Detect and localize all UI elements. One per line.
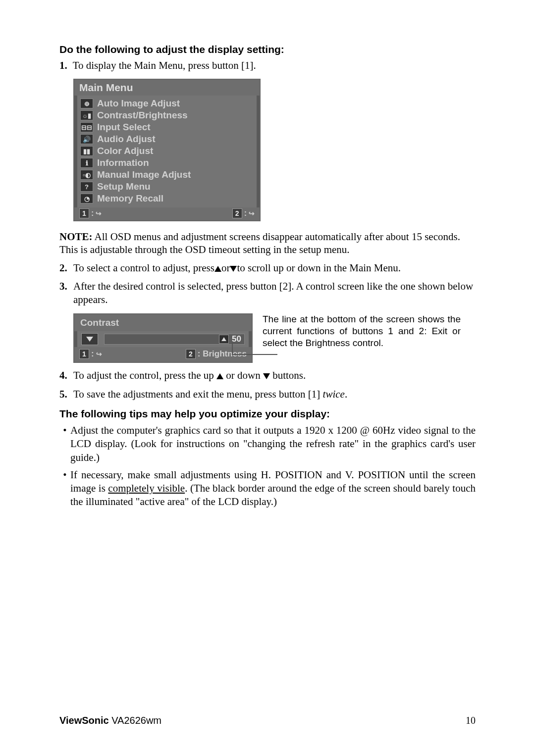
contrast-bar: 50: [104, 334, 245, 345]
contrast-num-1: 1: [79, 349, 89, 359]
step4b: or down: [223, 369, 263, 381]
page-footer: ViewSonic VA2626wm 10: [59, 715, 476, 726]
footer-model: VA2626wm: [109, 715, 161, 726]
main-menu-body: ⊕ Auto Image Adjust ☼▮ Contrast/Brightne…: [74, 96, 260, 207]
down-button: [81, 333, 98, 345]
menu-item-setup: ? Setup Menu: [80, 181, 254, 193]
input-label: Input Select: [97, 122, 151, 133]
down-triangle-glyph: [86, 337, 93, 342]
footer-left: ViewSonic VA2626wm: [59, 715, 161, 726]
step-2-text: To select a control to adjust, pressorto…: [73, 261, 401, 275]
step2c: to scroll up or down in the Main Menu.: [237, 262, 401, 274]
contrast-bottom-left: 1 : ↪: [79, 349, 102, 359]
step-4-text: To adjust the control, press the up or d…: [73, 369, 306, 382]
step5c: .: [345, 388, 347, 400]
contrast-figure: Contrast 50 1 : ↪ 2 :: [73, 313, 253, 363]
step-1: 1. To display the Main Menu, press butto…: [59, 59, 476, 72]
note-text: All OSD menus and adjustment screens dis…: [59, 231, 460, 255]
colon-2: :: [244, 209, 247, 218]
menu-item-contrast: ☼▮ Contrast/Brightness: [80, 109, 254, 121]
step-2-number: 2.: [59, 261, 73, 275]
exit-icon-1: ↪: [96, 209, 102, 217]
page-number: 10: [466, 715, 476, 726]
contrast-icon: ☼▮: [80, 110, 93, 120]
bullet-dot-2: •: [59, 468, 70, 509]
contrast-title: Contrast: [74, 314, 252, 331]
bullet-dot-1: •: [59, 424, 70, 464]
step-5-text: To save the adjustments and exit the men…: [73, 388, 347, 401]
exit-icon-c1: ↪: [96, 350, 102, 358]
up-small-button: [219, 335, 229, 344]
main-menu-figure: Main Menu ⊕ Auto Image Adjust ☼▮ Contras…: [73, 79, 476, 221]
memory-icon: ◔: [80, 194, 93, 203]
heading-adjust: Do the following to adjust the display s…: [59, 44, 476, 55]
step5b: twice: [323, 388, 345, 400]
down-triangle-icon-2: [263, 373, 270, 379]
contrast-bottom: 1 : ↪ 2 : Brightness: [74, 347, 252, 362]
step2a: To select a control to adjust, press: [73, 262, 214, 274]
info-label: Information: [97, 157, 149, 168]
note-prefix: NOTE:: [59, 231, 93, 243]
step-4: 4. To adjust the control, press the up o…: [59, 369, 476, 382]
step-3-number: 3.: [59, 280, 73, 307]
down-triangle-icon: [230, 266, 237, 272]
contrast-value: 50: [232, 334, 241, 344]
setup-label: Setup Menu: [97, 181, 151, 192]
contrast-label: Contrast/Brightness: [97, 110, 188, 121]
up-triangle-icon-2: [216, 373, 223, 379]
contrast-num-2: 2: [186, 349, 196, 359]
footer-num-2: 2: [232, 208, 242, 218]
menu-item-audio: 🔊 Audio Adjust: [80, 133, 254, 145]
footer-brand: ViewSonic: [59, 715, 109, 726]
note-paragraph: NOTE: All OSD menus and adjustment scree…: [59, 230, 476, 256]
colon-1: :: [91, 209, 94, 218]
step4c: buttons.: [270, 369, 306, 381]
menu-item-manual: ▫◐ Manual Image Adjust: [80, 169, 254, 181]
footer-num-1: 1: [79, 208, 89, 218]
menu-item-memory: ◔ Memory Recall: [80, 193, 254, 204]
menu-item-input: ⊟⊟ Input Select: [80, 121, 254, 133]
colon-c1: :: [91, 349, 94, 359]
tip-1: • Adjust the computer's graphics card so…: [59, 424, 476, 464]
audio-icon: 🔊: [80, 134, 93, 144]
step4a: To adjust the control, press the up: [73, 369, 216, 381]
up-triangle-icon: [214, 266, 221, 272]
auto-image-icon: ⊕: [80, 99, 93, 108]
tip-2-text: If necessary, make small adjustments usi…: [70, 468, 476, 509]
color-icon: ▮▮: [80, 146, 93, 156]
step-5-number: 5.: [59, 388, 73, 401]
menu-item-auto-image: ⊕ Auto Image Adjust: [80, 98, 254, 109]
callout-line: [232, 354, 277, 355]
tip-1-text: Adjust the computer's graphics card so t…: [70, 424, 476, 464]
main-menu-title: Main Menu: [74, 80, 260, 96]
step5a: To save the adjustments and exit the men…: [73, 388, 323, 400]
contrast-figure-row: Contrast 50 1 : ↪ 2 :: [73, 313, 476, 363]
tips-heading: The following tips may help you optimize…: [59, 408, 476, 420]
step2b: or: [221, 262, 230, 274]
setup-icon: ?: [80, 182, 93, 192]
step-2: 2. To select a control to adjust, presso…: [59, 261, 476, 275]
menu-item-color: ▮▮ Color Adjust: [80, 145, 254, 157]
info-icon: ℹ: [80, 158, 93, 168]
step-1-number: 1.: [59, 59, 67, 71]
contrast-panel: Contrast 50 1 : ↪ 2 :: [73, 313, 253, 363]
up-triangle-glyph: [221, 337, 226, 341]
main-menu-footer: 1 : ↪ 2 : ↪: [74, 207, 260, 220]
footer-left-cell: 1 : ↪: [79, 208, 102, 218]
step-5: 5. To save the adjustments and exit the …: [59, 388, 476, 401]
contrast-slider-row: 50: [74, 331, 252, 347]
main-menu-panel: Main Menu ⊕ Auto Image Adjust ☼▮ Contras…: [73, 79, 261, 221]
callout-text: The line at the bottom of the screen sho…: [263, 313, 461, 349]
color-label: Color Adjust: [97, 146, 153, 156]
menu-item-info: ℹ Information: [80, 157, 254, 169]
step-3: 3. After the desired control is selected…: [59, 280, 476, 307]
audio-label: Audio Adjust: [97, 134, 156, 145]
input-icon: ⊟⊟: [80, 122, 93, 132]
tip-2: • If necessary, make small adjustments u…: [59, 468, 476, 509]
manual-label: Manual Image Adjust: [97, 169, 191, 180]
memory-label: Memory Recall: [97, 193, 163, 204]
manual-icon: ▫◐: [80, 170, 93, 180]
exit-icon-2: ↪: [249, 209, 255, 217]
step-1-text: To display the Main Menu, press button […: [73, 59, 256, 71]
step-4-number: 4.: [59, 369, 73, 382]
